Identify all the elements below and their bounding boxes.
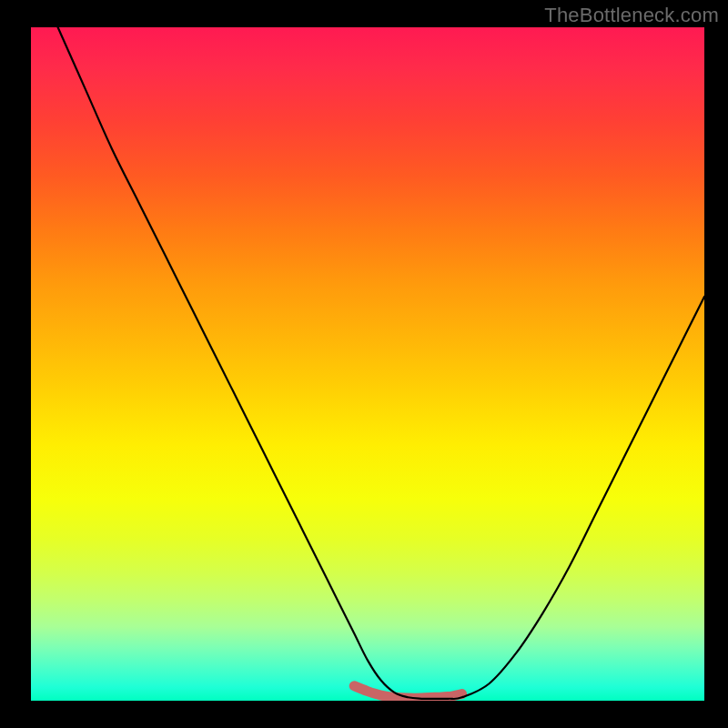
bottom-highlight-path (354, 686, 461, 698)
watermark-text: TheBottleneck.com (544, 4, 719, 27)
chart-frame: TheBottleneck.com (0, 0, 728, 728)
curve-layer (31, 27, 704, 701)
primary-curve-path (58, 27, 704, 699)
plot-area (31, 27, 704, 701)
